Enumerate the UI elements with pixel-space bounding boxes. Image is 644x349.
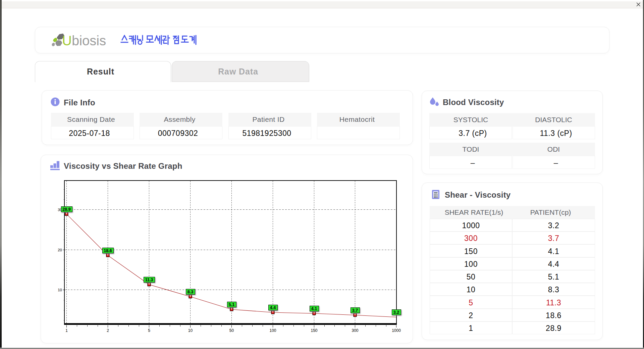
svg-text:1: 1 bbox=[65, 328, 68, 333]
svg-text:4.1: 4.1 bbox=[311, 306, 317, 311]
svg-text:4.4: 4.4 bbox=[270, 305, 276, 310]
svg-text:150: 150 bbox=[311, 328, 317, 333]
svg-text:5.1: 5.1 bbox=[229, 302, 234, 307]
svg-text:10: 10 bbox=[188, 328, 193, 333]
svg-text:3.2: 3.2 bbox=[393, 310, 399, 315]
svg-text:8.3: 8.3 bbox=[187, 290, 193, 294]
svg-text:100: 100 bbox=[269, 328, 276, 333]
svg-text:10: 10 bbox=[58, 288, 62, 292]
svg-text:300: 300 bbox=[352, 328, 358, 333]
svg-text:50: 50 bbox=[229, 328, 234, 333]
svg-text:11.3: 11.3 bbox=[145, 278, 153, 282]
svg-text:5: 5 bbox=[148, 328, 150, 333]
svg-text:3.7: 3.7 bbox=[352, 308, 358, 313]
svg-text:2: 2 bbox=[107, 328, 109, 333]
svg-text:18.6: 18.6 bbox=[104, 248, 112, 253]
svg-text:28.9: 28.9 bbox=[62, 207, 70, 212]
svg-text:20: 20 bbox=[58, 248, 62, 252]
svg-text:1000: 1000 bbox=[392, 328, 401, 333]
